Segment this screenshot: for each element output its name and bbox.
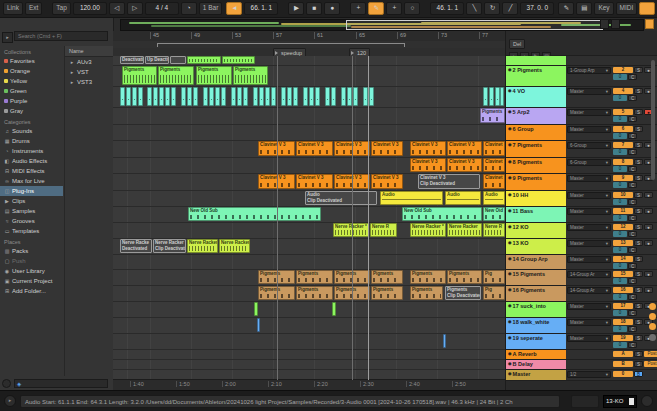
crossfade-assign-button[interactable]: C bbox=[628, 149, 637, 155]
place-item-packs[interactable]: ▥Packs bbox=[0, 246, 63, 256]
clip[interactable] bbox=[171, 87, 176, 106]
clip[interactable]: Pigments bbox=[480, 108, 505, 123]
solo-button[interactable]: S bbox=[634, 240, 643, 246]
collection-item-favorites[interactable]: Favorites bbox=[0, 56, 63, 66]
arrangement-lane-17[interactable] bbox=[113, 302, 505, 318]
clip[interactable]: Clavinet V 3 bbox=[410, 141, 446, 156]
pan-box[interactable]: 0 bbox=[613, 294, 627, 300]
solo-button[interactable]: S bbox=[634, 303, 643, 309]
output-routing-chooser[interactable]: 6-Group▾ bbox=[567, 159, 611, 166]
solo-button[interactable]: S bbox=[634, 361, 643, 367]
track-header-6[interactable]: ◉ 6 GroupMaster▾6S0C bbox=[506, 125, 657, 141]
track-activator-button[interactable]: 19 bbox=[613, 335, 633, 341]
pan-box[interactable]: 0 bbox=[613, 182, 627, 188]
clip[interactable] bbox=[500, 87, 504, 106]
crossfade-assign-button[interactable]: C bbox=[628, 263, 637, 269]
pan-box[interactable]: 0 bbox=[613, 133, 627, 139]
browser-filter-toggle[interactable] bbox=[2, 379, 11, 388]
track-activator-button[interactable]: 6 bbox=[613, 126, 633, 132]
overview-viewport[interactable] bbox=[346, 20, 603, 30]
clip[interactable]: Pigments bbox=[158, 66, 194, 85]
solo-button[interactable]: S bbox=[634, 159, 643, 165]
pan-box[interactable]: 0 bbox=[613, 116, 627, 122]
ext-button[interactable]: Ext bbox=[25, 2, 42, 15]
track-activator-button[interactable]: A bbox=[613, 351, 633, 357]
clip[interactable]: Nerve RackeDeactivated bbox=[120, 239, 152, 253]
track-activator-icon[interactable]: ◉ bbox=[508, 126, 513, 131]
clip[interactable]: New Oid bbox=[483, 207, 505, 221]
collection-item-gray[interactable]: Gray bbox=[0, 106, 63, 116]
clip[interactable]: Nerve Racker bbox=[219, 239, 250, 253]
track-name[interactable]: ◉ 17 suck_into bbox=[506, 302, 566, 317]
clip[interactable]: Nerve Racker * bbox=[410, 223, 446, 237]
category-item-midi-effects[interactable]: ⊟MIDI Effects bbox=[0, 166, 63, 176]
category-item-max-for-live[interactable]: ∞Max for Live bbox=[0, 176, 63, 186]
category-item-plug-ins[interactable]: ◫Plug-Ins bbox=[0, 186, 63, 196]
place-item-add-folder-[interactable]: ⊞Add Folder... bbox=[0, 286, 63, 296]
clip[interactable]: Clavinet bbox=[483, 141, 505, 156]
track-header-12[interactable]: ◉ 12 KOMaster▾12S●0C bbox=[506, 223, 657, 239]
track-activator-button[interactable]: 18 bbox=[613, 319, 633, 325]
clip[interactable]: Nerve Racker * bbox=[333, 223, 369, 237]
track-name[interactable]: ◉ B Delay bbox=[506, 360, 566, 369]
clip[interactable] bbox=[281, 87, 286, 106]
clip[interactable] bbox=[259, 87, 264, 106]
pan-box[interactable]: 0 bbox=[613, 74, 627, 80]
clip[interactable]: Nerve Racker *Clip Deactivated bbox=[153, 239, 186, 253]
reenable-automation-button[interactable]: + bbox=[386, 2, 402, 15]
clip[interactable]: Clavinet V 3 bbox=[296, 174, 333, 189]
clip[interactable]: Pigments bbox=[122, 66, 157, 85]
clip[interactable]: Clavinet bbox=[483, 158, 505, 172]
clip[interactable] bbox=[265, 87, 270, 106]
track-activator-icon[interactable]: ◉ bbox=[508, 67, 513, 72]
clip[interactable] bbox=[237, 87, 242, 106]
output-routing-chooser[interactable]: 14-Group Ar▾ bbox=[567, 271, 611, 278]
clip[interactable]: Nerve Racker * bbox=[187, 239, 218, 253]
pan-box[interactable]: 0 bbox=[613, 95, 627, 101]
output-routing-chooser[interactable]: 14-Group Ar▾ bbox=[567, 287, 611, 294]
track-name[interactable]: ◉ 7 Pigments bbox=[506, 141, 566, 157]
pan-box[interactable]: 0 bbox=[613, 278, 627, 284]
clip[interactable]: Nerve Racker bbox=[447, 223, 482, 237]
draw-mode-button[interactable]: ✎ bbox=[558, 2, 574, 15]
master-volume-box[interactable]: 0 bbox=[613, 371, 633, 377]
tap-tempo-button[interactable]: Tap bbox=[52, 2, 70, 15]
clip[interactable]: Pigments bbox=[371, 286, 403, 300]
nudge-up-button[interactable]: ▷ bbox=[127, 2, 143, 15]
track-name[interactable] bbox=[506, 56, 566, 65]
output-routing-chooser[interactable]: Master▾ bbox=[567, 224, 611, 231]
clip[interactable]: Audio bbox=[483, 191, 505, 205]
track-header-15[interactable]: ◉ 15 Pigments14-Group Ar▾15S●0C bbox=[506, 270, 657, 286]
plugin-folder-auv3[interactable]: ▸AUv3 bbox=[65, 57, 114, 67]
clip[interactable] bbox=[253, 87, 258, 106]
track-name[interactable]: ◉ 15 Pigments bbox=[506, 270, 566, 285]
clip[interactable]: Pigments bbox=[447, 270, 482, 284]
track-activator-icon[interactable]: ◉ bbox=[508, 335, 513, 340]
pan-box[interactable]: 0 bbox=[613, 342, 627, 348]
overview-link-button[interactable] bbox=[645, 19, 654, 29]
clip[interactable] bbox=[315, 87, 320, 106]
track-name[interactable]: ◉ 14 Group Arp bbox=[506, 255, 566, 269]
clip[interactable]: Clavinet V 3Clip Deactivated bbox=[418, 174, 480, 189]
category-item-templates[interactable]: ▭Templates bbox=[0, 226, 63, 236]
track-header-7[interactable]: ◉ 7 Pigments6-Group▾7S●0C bbox=[506, 141, 657, 158]
solo-button[interactable]: S bbox=[634, 88, 643, 94]
output-routing-chooser[interactable]: Master▾ bbox=[567, 208, 611, 215]
arrangement-overview[interactable] bbox=[120, 19, 644, 31]
clip[interactable] bbox=[489, 87, 494, 106]
arrangement-lane-19[interactable] bbox=[113, 334, 505, 350]
clip[interactable] bbox=[325, 87, 330, 106]
clip[interactable]: Audio bbox=[445, 191, 481, 205]
clip[interactable]: Pigments bbox=[410, 270, 446, 284]
pan-box[interactable]: 0 bbox=[613, 199, 627, 205]
track-header-18[interactable]: ◉ 18 walk_whiteMaster▾18S●0C bbox=[506, 318, 657, 334]
clip[interactable]: Pigments bbox=[233, 66, 268, 85]
clip[interactable] bbox=[132, 87, 137, 106]
output-routing-chooser[interactable]: Master▾ bbox=[567, 256, 611, 263]
collection-item-yellow[interactable]: Yellow bbox=[0, 76, 63, 86]
computer-midi-keyboard-button[interactable]: ▤ bbox=[576, 2, 592, 15]
clip[interactable] bbox=[243, 87, 248, 106]
arrangement-lane-2[interactable]: PigmentsPigmentsPigmentsPigments bbox=[113, 66, 505, 87]
arrangement-lane-A[interactable] bbox=[113, 350, 505, 360]
crossfade-assign-button[interactable]: C bbox=[628, 294, 637, 300]
